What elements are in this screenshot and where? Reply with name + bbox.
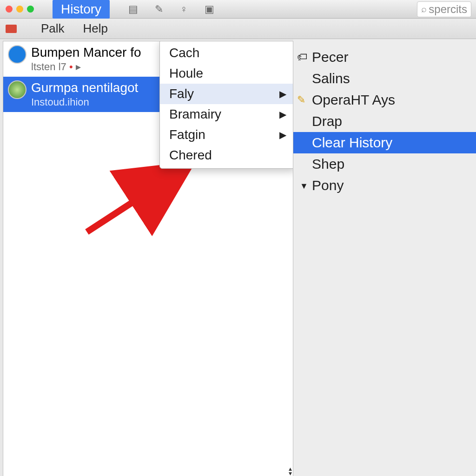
close-window-icon[interactable] <box>6 6 13 13</box>
title-bar: History ▤ ✎ ♀ ▣ ⌕ spercits <box>0 0 476 19</box>
sidebar-item-salins[interactable]: Salins <box>293 68 476 89</box>
svg-line-0 <box>87 172 180 232</box>
device-icon[interactable]: ▣ <box>205 3 214 15</box>
search-text: spercits <box>429 3 467 16</box>
history-item-title: Bumpen Mancer fo <box>31 45 141 60</box>
dropdown-item-houle[interactable]: Houle <box>160 63 293 84</box>
tag-icon[interactable]: ✎ <box>155 3 163 15</box>
dropdown-item-chered[interactable]: Chered <box>160 145 293 165</box>
dropdown-item-cach[interactable]: Cach <box>160 43 293 63</box>
chevron-right-icon: ▶ <box>279 109 286 120</box>
history-list-pane: Bumpen Mancer fo ltsten l7 • ▸ Gurmpa ne… <box>3 41 293 476</box>
sidebar-pane: 🏷Pecer Salins ✎OperaHT Ays Drap Clear Hi… <box>293 39 476 476</box>
zoom-window-icon[interactable] <box>27 6 34 13</box>
person-icon[interactable]: ♀ <box>180 3 188 15</box>
body: Bumpen Mancer fo ltsten l7 • ▸ Gurmpa ne… <box>0 39 476 476</box>
site-favicon-icon <box>8 80 26 99</box>
sidebar-item-drap[interactable]: Drap <box>293 111 476 132</box>
search-icon: ⌕ <box>421 4 427 14</box>
sidebar-item-shep[interactable]: Shep <box>293 153 476 175</box>
folder-icon[interactable] <box>6 25 17 33</box>
menu-help[interactable]: Help <box>83 21 108 36</box>
chevron-right-icon: ▶ <box>279 88 286 99</box>
menu-bar: Palk Help <box>0 19 476 39</box>
dropdown-item-fatgin[interactable]: Fatgin▶ <box>160 125 293 145</box>
history-menu-button[interactable]: History <box>53 0 110 19</box>
annotation-arrow-icon <box>78 162 198 237</box>
dropdown-item-bramairy[interactable]: Bramairy▶ <box>160 104 293 125</box>
dropdown-item-faly[interactable]: Faly▶ <box>160 84 293 104</box>
sidebar-item-pecer[interactable]: 🏷Pecer <box>293 46 476 68</box>
history-item-subtitle: Instoud.ihion <box>31 96 138 108</box>
menu-palk[interactable]: Palk <box>41 21 65 36</box>
disclosure-triangle-icon[interactable]: ▼ <box>300 181 308 191</box>
library-icon[interactable]: ▤ <box>128 3 138 15</box>
search-input[interactable]: ⌕ spercits <box>417 1 471 17</box>
sidebar-item-pony[interactable]: ▼Pony <box>293 175 476 196</box>
history-item-title: Gurmpa nentilagot <box>31 80 138 95</box>
chevron-right-icon: ▶ <box>279 129 286 140</box>
pencil-icon: ✎ <box>297 94 305 106</box>
toolbar-icons: ▤ ✎ ♀ ▣ <box>128 3 214 15</box>
scrollbar-stub[interactable]: ▴▾ <box>289 466 292 476</box>
folder-icon: 🏷 <box>297 51 307 63</box>
sidebar-item-operaht[interactable]: ✎OperaHT Ays <box>293 89 476 111</box>
minimize-window-icon[interactable] <box>16 6 23 13</box>
window-controls <box>6 6 34 13</box>
sidebar-item-clear-history[interactable]: Clear History <box>293 132 476 153</box>
history-dropdown-menu: Cach Houle Faly▶ Bramairy▶ Fatgin▶ Chere… <box>159 41 293 169</box>
history-item-subtitle: ltsten l7 • ▸ <box>31 61 141 73</box>
safari-favicon-icon <box>8 45 26 64</box>
